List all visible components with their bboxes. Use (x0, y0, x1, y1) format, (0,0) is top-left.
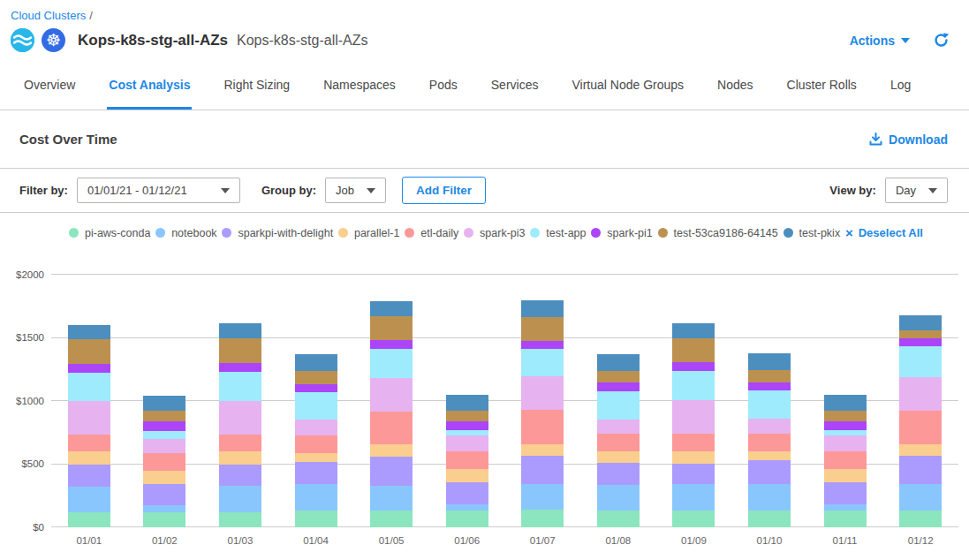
bar-segment-test-pkix[interactable] (446, 395, 488, 411)
bar-01/02[interactable] (127, 275, 203, 527)
breadcrumb-link-cloud-clusters[interactable]: Cloud Clusters (11, 9, 86, 22)
legend-item-etl-daily[interactable]: etl-daily (405, 227, 458, 239)
bar-segment-etl-daily[interactable] (68, 435, 110, 451)
bar-segment-pi-aws-conda[interactable] (295, 511, 337, 527)
tab-cost-analysis[interactable]: Cost Analysis (107, 78, 192, 110)
bar-segment-etl-daily[interactable] (899, 411, 942, 444)
bar-segment-spark-pi3[interactable] (521, 376, 564, 410)
bar-segment-test-app[interactable] (143, 431, 185, 439)
bar-segment-test-pkix[interactable] (295, 354, 337, 371)
bar-segment-notebook[interactable] (68, 487, 110, 512)
bar-segment-spark-pi1[interactable] (295, 384, 337, 392)
bar-segment-test-app[interactable] (899, 346, 942, 377)
bar-segment-test-pkix[interactable] (899, 315, 942, 330)
bar-segment-test-53ca9186-64145[interactable] (672, 338, 715, 363)
bar-segment-notebook[interactable] (597, 485, 640, 511)
legend-item-pi-aws-conda[interactable]: pi-aws-conda (69, 227, 150, 239)
bar-01/05[interactable] (353, 275, 429, 527)
bar-segment-sparkpi-with-delight[interactable] (748, 460, 791, 485)
bar-segment-test-pkix[interactable] (672, 323, 715, 337)
download-button[interactable]: Download (869, 132, 948, 147)
bar-segment-spark-pi1[interactable] (68, 364, 110, 373)
bar-segment-sparkpi-with-delight[interactable] (899, 456, 942, 484)
bar-segment-parallel-1[interactable] (446, 469, 488, 482)
deselect-all-button[interactable]: ×Deselect All (845, 226, 923, 239)
bar-segment-spark-pi3[interactable] (597, 420, 640, 434)
bar-segment-sparkpi-with-delight[interactable] (446, 482, 488, 504)
bar-01/08[interactable] (580, 275, 656, 527)
bar-segment-pi-aws-conda[interactable] (597, 511, 640, 527)
bar-segment-parallel-1[interactable] (219, 451, 261, 465)
bar-segment-spark-pi3[interactable] (143, 439, 185, 453)
bar-segment-parallel-1[interactable] (521, 444, 564, 457)
bar-segment-test-53ca9186-64145[interactable] (295, 371, 337, 384)
bar-segment-test-53ca9186-64145[interactable] (824, 411, 867, 421)
bar-segment-spark-pi1[interactable] (370, 340, 413, 349)
bar-01/04[interactable] (278, 275, 354, 527)
view-by-select[interactable]: Day (885, 178, 948, 203)
bar-segment-pi-aws-conda[interactable] (521, 510, 564, 527)
bar-segment-test-pkix[interactable] (370, 301, 413, 315)
bar-segment-test-53ca9186-64145[interactable] (899, 330, 942, 338)
bar-segment-test-pkix[interactable] (68, 325, 110, 339)
bar-segment-test-53ca9186-64145[interactable] (370, 316, 413, 340)
bar-segment-test-app[interactable] (219, 372, 261, 401)
bar-segment-pi-aws-conda[interactable] (143, 512, 185, 527)
bar-segment-notebook[interactable] (370, 486, 413, 511)
bar-segment-spark-pi3[interactable] (68, 401, 110, 435)
bar-segment-test-app[interactable] (521, 349, 564, 376)
bar-segment-sparkpi-with-delight[interactable] (824, 482, 867, 504)
bar-segment-sparkpi-with-delight[interactable] (521, 456, 564, 484)
bar-segment-parallel-1[interactable] (143, 471, 185, 485)
bar-segment-spark-pi3[interactable] (748, 419, 791, 433)
bar-segment-spark-pi1[interactable] (446, 421, 488, 430)
bar-segment-etl-daily[interactable] (446, 451, 488, 469)
bar-segment-spark-pi1[interactable] (899, 338, 942, 346)
bar-01/12[interactable] (882, 275, 958, 527)
bar-segment-spark-pi3[interactable] (899, 377, 942, 411)
bar-segment-etl-daily[interactable] (597, 434, 640, 451)
date-range-select[interactable]: 01/01/21 - 01/12/21 (77, 178, 240, 203)
bar-segment-parallel-1[interactable] (824, 469, 867, 482)
bar-segment-spark-pi3[interactable] (370, 378, 413, 412)
bar-segment-spark-pi1[interactable] (672, 362, 715, 371)
bar-segment-test-pkix[interactable] (597, 354, 640, 371)
legend-item-test-53ca9186-64145[interactable]: test-53ca9186-64145 (658, 227, 778, 239)
bar-segment-spark-pi1[interactable] (597, 382, 640, 390)
tab-log[interactable]: Log (889, 78, 912, 110)
bar-01/01[interactable] (51, 275, 127, 527)
tab-pods[interactable]: Pods (428, 78, 459, 110)
bar-segment-pi-aws-conda[interactable] (68, 512, 110, 527)
bar-segment-spark-pi3[interactable] (219, 401, 261, 435)
bar-segment-parallel-1[interactable] (295, 453, 337, 462)
bar-segment-spark-pi3[interactable] (446, 435, 488, 451)
bar-01/03[interactable] (202, 275, 278, 527)
bar-segment-spark-pi3[interactable] (295, 420, 337, 436)
legend-item-spark-pi3[interactable]: spark-pi3 (464, 227, 525, 239)
bar-segment-test-app[interactable] (295, 392, 337, 420)
bar-segment-notebook[interactable] (295, 484, 337, 511)
legend-item-notebook[interactable]: notebook (155, 227, 216, 239)
bar-segment-sparkpi-with-delight[interactable] (143, 484, 185, 505)
bar-segment-parallel-1[interactable] (68, 451, 110, 465)
bar-segment-test-53ca9186-64145[interactable] (521, 317, 564, 341)
bar-segment-test-53ca9186-64145[interactable] (748, 370, 791, 382)
bar-segment-test-pkix[interactable] (748, 353, 791, 370)
bar-segment-test-pkix[interactable] (824, 395, 867, 411)
bar-segment-pi-aws-conda[interactable] (219, 512, 261, 527)
bar-segment-test-pkix[interactable] (143, 396, 185, 411)
bar-segment-etl-daily[interactable] (370, 412, 413, 444)
bar-segment-etl-daily[interactable] (521, 410, 564, 444)
bar-segment-notebook[interactable] (521, 484, 564, 510)
tab-services[interactable]: Services (489, 78, 541, 110)
legend-item-sparkpi-with-delight[interactable]: sparkpi-with-delight (222, 227, 333, 239)
bar-segment-parallel-1[interactable] (370, 444, 413, 457)
bar-segment-test-app[interactable] (672, 371, 715, 400)
refresh-icon[interactable] (933, 32, 950, 49)
bar-segment-etl-daily[interactable] (219, 435, 261, 451)
bar-segment-pi-aws-conda[interactable] (824, 511, 867, 527)
bar-segment-pi-aws-conda[interactable] (446, 511, 488, 527)
bar-segment-notebook[interactable] (672, 484, 715, 511)
tab-cluster-rolls[interactable]: Cluster Rolls (785, 78, 859, 110)
legend-item-spark-pi1[interactable]: spark-pi1 (591, 227, 652, 239)
